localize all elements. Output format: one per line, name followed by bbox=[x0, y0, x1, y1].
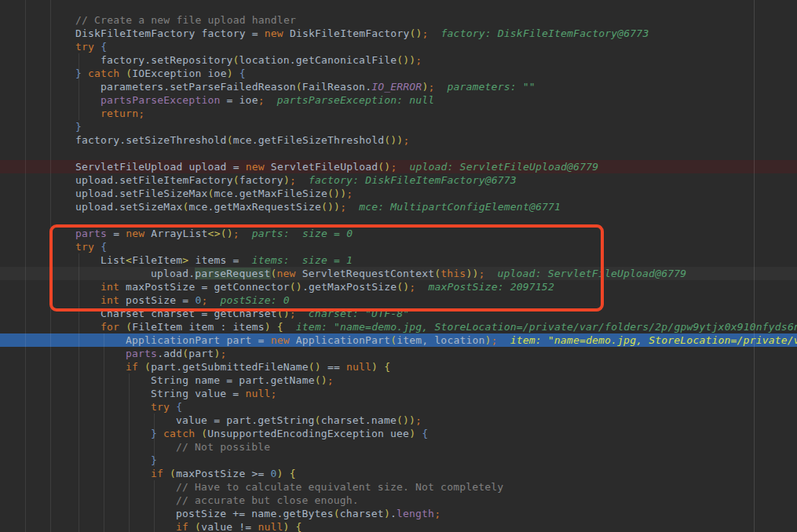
code-token: mce.getMaxRequestSize bbox=[189, 201, 322, 213]
code-token: ) bbox=[227, 67, 233, 79]
code-token: ; bbox=[422, 27, 429, 39]
code-token: { bbox=[176, 401, 182, 413]
code-line[interactable]: factory.setRepository(location.getCanoni… bbox=[0, 53, 797, 67]
code-token: maxPostSize = getConnector bbox=[119, 281, 290, 293]
code-line[interactable]: } catch (IOException ioe) { bbox=[0, 67, 797, 80]
code-token: parts bbox=[126, 348, 157, 359]
code-token: } bbox=[75, 121, 82, 133]
code-line[interactable]: value = part.getString(charset.name()); bbox=[0, 414, 797, 427]
code-token: == bbox=[321, 361, 346, 373]
code-lines: // Create a new file upload handlerDiskF… bbox=[0, 0, 797, 532]
debugger-inline-hint: parts: size = 0 bbox=[252, 228, 353, 239]
code-line[interactable]: parts = new ArrayList<>();parts: size = … bbox=[0, 227, 797, 240]
code-token: ApplicationPart part = bbox=[126, 334, 271, 346]
code-line[interactable]: int maxPostSize = getConnector().getMaxP… bbox=[0, 280, 797, 293]
code-token: new bbox=[126, 228, 144, 239]
code-line[interactable]: try { bbox=[0, 40, 797, 53]
code-token: ; bbox=[478, 268, 484, 279]
code-line[interactable]: upload.setFileItemFactory(factory);facto… bbox=[0, 173, 797, 187]
code-line[interactable]: } catch (UnsupportedEncodingException ue… bbox=[0, 427, 797, 440]
code-token: ; bbox=[233, 228, 239, 239]
code-token: UnsupportedEncodingException uee bbox=[207, 428, 409, 439]
code-line[interactable]: String name = part.getName(); bbox=[0, 373, 797, 387]
code-line[interactable]: int postSize = 0;postSize: 0 bbox=[0, 293, 797, 307]
code-token: try bbox=[151, 401, 170, 413]
code-token: int bbox=[101, 294, 119, 306]
code-line[interactable]: ServletFileUpload upload = new ServletFi… bbox=[0, 160, 797, 173]
code-token: FileItem item : items bbox=[132, 321, 265, 333]
code-line[interactable]: try { bbox=[0, 240, 797, 253]
debugger-inline-hint: item: "name=demo.jpg, StoreLocation=/pri… bbox=[296, 321, 797, 333]
code-token bbox=[188, 521, 195, 532]
code-line[interactable]: upload.parseRequest(new ServletRequestCo… bbox=[0, 267, 797, 280]
code-line-blank[interactable] bbox=[0, 147, 797, 160]
code-line[interactable]: factory.setSizeThreshold(mce.getFileSize… bbox=[0, 133, 797, 147]
code-line[interactable]: parameters.setParseFailedReason(FailReas… bbox=[0, 80, 797, 93]
code-line[interactable]: // Create a new file upload handler bbox=[0, 13, 797, 27]
code-token: ( bbox=[170, 468, 176, 479]
code-token: ) bbox=[485, 334, 492, 346]
debugger-inline-hint: partsParseException: null bbox=[277, 94, 435, 106]
code-token: ()) bbox=[397, 54, 415, 66]
editor-gutter[interactable] bbox=[0, 0, 25, 532]
code-line[interactable]: if (part.getSubmittedFileName() == null)… bbox=[0, 360, 797, 373]
code-token: // Not possible bbox=[176, 441, 270, 453]
code-line[interactable]: if (value != null) { bbox=[0, 520, 797, 532]
code-line[interactable]: DiskFileItemFactory factory = new DiskFi… bbox=[0, 27, 797, 40]
code-token: ; bbox=[258, 94, 265, 106]
code-token: ) bbox=[283, 174, 290, 186]
code-token: catch bbox=[88, 67, 119, 79]
code-line[interactable]: upload.setSizeMax(mce.getMaxRequestSize(… bbox=[0, 200, 797, 213]
code-line[interactable]: ApplicationPart part = new ApplicationPa… bbox=[0, 333, 797, 347]
code-token: () bbox=[315, 374, 327, 386]
code-line[interactable]: } bbox=[0, 120, 797, 133]
debugger-inline-hint: upload: ServletFileUpload@6779 bbox=[497, 268, 686, 279]
code-line[interactable]: upload.setFileSizeMax(mce.getMaxFileSize… bbox=[0, 187, 797, 200]
code-token: () bbox=[409, 27, 422, 39]
code-token: try bbox=[75, 41, 94, 53]
code-token: charset bbox=[340, 508, 384, 519]
code-line[interactable]: return; bbox=[0, 107, 797, 120]
code-token: ( bbox=[271, 268, 277, 279]
code-token: IO_ERROR bbox=[371, 81, 422, 93]
code-line[interactable]: parts.add(part); bbox=[0, 347, 797, 360]
code-token: return bbox=[101, 107, 138, 119]
code-line[interactable]: for (FileItem item : items) {item: "name… bbox=[0, 320, 797, 333]
code-line[interactable]: Charset charset = getCharset();charset: … bbox=[0, 307, 797, 320]
code-token: ; bbox=[403, 134, 409, 146]
code-editor[interactable]: // Create a new file upload handlerDiskF… bbox=[0, 0, 797, 532]
code-token: ()) bbox=[384, 134, 403, 146]
code-line[interactable]: } bbox=[0, 454, 797, 467]
code-token: upload.setSizeMax bbox=[75, 201, 182, 213]
code-token: ; bbox=[346, 188, 353, 199]
code-token: parameters.setParseFailedReason bbox=[101, 81, 296, 93]
code-token: value != bbox=[201, 521, 258, 532]
code-token: ; bbox=[415, 414, 422, 426]
code-token: factory.setSizeThreshold bbox=[75, 134, 227, 146]
code-token: ( bbox=[315, 414, 321, 426]
code-line-blank[interactable] bbox=[0, 213, 797, 227]
code-token: <>() bbox=[208, 228, 233, 239]
code-token: ( bbox=[296, 81, 302, 93]
code-token: if bbox=[151, 468, 163, 479]
code-line[interactable]: String value = null; bbox=[0, 387, 797, 400]
code-token: part.getSubmittedFileName bbox=[151, 361, 309, 373]
code-token: { bbox=[296, 521, 302, 532]
code-line[interactable]: partsParseException = ioe;partsParseExce… bbox=[0, 93, 797, 107]
code-token: ) bbox=[265, 321, 271, 333]
code-token: new bbox=[265, 27, 283, 39]
code-token: ; bbox=[220, 348, 226, 359]
code-line[interactable]: try { bbox=[0, 400, 797, 414]
code-token: ()) bbox=[321, 201, 340, 213]
code-token: ; bbox=[434, 508, 441, 519]
code-token: ; bbox=[201, 294, 207, 306]
code-line[interactable]: if (maxPostSize >= 0) { bbox=[0, 467, 797, 480]
code-line[interactable]: // Have to calculate equivalent size. No… bbox=[0, 480, 797, 494]
code-line[interactable]: // accurate but close enough. bbox=[0, 494, 797, 507]
code-token: item, location bbox=[397, 334, 484, 346]
code-line[interactable]: postSize += name.getBytes(charset).lengt… bbox=[0, 507, 797, 520]
code-token: = ioe bbox=[221, 94, 258, 106]
code-line[interactable]: // Not possible bbox=[0, 440, 797, 454]
code-line[interactable]: List<FileItem> items =items: size = 1 bbox=[0, 253, 797, 267]
code-token: { bbox=[101, 41, 107, 53]
